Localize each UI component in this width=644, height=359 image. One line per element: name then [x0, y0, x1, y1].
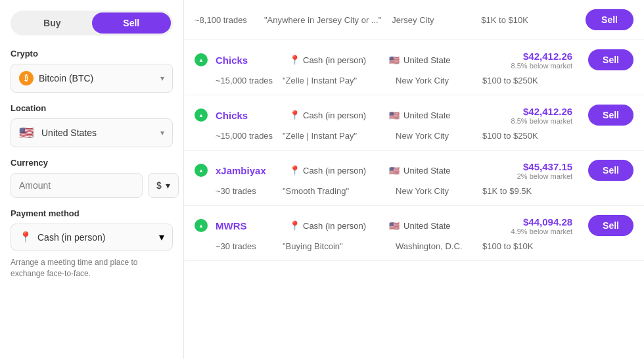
trades-count: ~30 trades: [216, 241, 275, 251]
online-indicator: [195, 164, 208, 177]
header-location: Jersey City: [392, 15, 471, 25]
payment-description: Arrange a meeting time and place to exch…: [11, 257, 173, 279]
trade-quote: "Buying Bitcoin": [283, 241, 388, 251]
country-cell: 🇺🇸 United State: [389, 110, 468, 120]
trade-quote: "Zelle | Instant Pay": [283, 76, 388, 85]
sidebar: Buy Sell Crypto ₿ Bitcoin (BTC) ▾ Locati…: [0, 0, 184, 359]
payment-method-text: Cash (in person): [303, 166, 366, 176]
trade-row: xJambiyax 📍 Cash (in person) 🇺🇸 United S…: [184, 151, 644, 206]
trade-row: MWRS 📍 Cash (in person) 🇺🇸 United State …: [184, 206, 644, 261]
country-name: United State: [403, 221, 451, 231]
cash-pin-icon: 📍: [289, 110, 300, 120]
country-name: United State: [403, 55, 451, 65]
header-price-range: $1K to $10K: [481, 15, 553, 25]
payment-method-badge: 📍 Cash (in person): [289, 165, 381, 176]
payment-pin-icon: 📍: [19, 231, 32, 243]
country-name: United State: [403, 166, 451, 176]
price-block: $44,094.28 4.9% below market: [487, 216, 572, 235]
country-flag-icon: 🇺🇸: [389, 110, 400, 120]
sell-button[interactable]: Sell: [588, 105, 633, 126]
trades-count: ~15,000 trades: [216, 76, 275, 85]
price-below-market: 4.9% below market: [487, 227, 572, 235]
price-below-market: 8.5% below market: [487, 117, 572, 125]
currency-chevron-icon: ▾: [166, 180, 170, 191]
country-cell: 🇺🇸 United State: [389, 166, 468, 176]
payment-method-badge: 📍 Cash (in person): [289, 55, 381, 65]
crypto-chevron-icon: ▾: [160, 74, 164, 83]
crypto-selected-value: Bitcoin (BTC): [39, 73, 155, 84]
payment-method-text: Cash (in person): [303, 55, 366, 65]
cash-pin-icon: 📍: [289, 55, 300, 65]
trades-count: ~30 trades: [216, 186, 275, 196]
payment-method-badge: 📍 Cash (in person): [289, 110, 381, 120]
trade-city: Washington, D.C.: [396, 241, 474, 251]
currency-symbol: $: [156, 180, 162, 191]
amount-input[interactable]: [11, 173, 143, 198]
sell-button[interactable]: Sell: [588, 49, 633, 70]
sell-button[interactable]: Sell: [92, 12, 172, 34]
location-selected-value: United States: [41, 128, 155, 138]
main-content: ~8,100 trades "Anywhere in Jersey City o…: [184, 0, 644, 359]
trader-name[interactable]: Chicks: [216, 110, 281, 121]
online-indicator: [195, 219, 208, 232]
payment-method-label: Payment method: [11, 208, 173, 218]
trader-name[interactable]: xJambiyax: [216, 165, 281, 176]
trade-quote: "Smooth Trading": [283, 186, 388, 196]
trade-range: $1K to $9.5K: [482, 186, 555, 196]
price-value: $42,412.26: [487, 51, 572, 62]
trade-rows-container: Chicks 📍 Cash (in person) 🇺🇸 United Stat…: [184, 40, 644, 261]
price-block: $45,437.15 2% below market: [487, 161, 572, 180]
currency-select[interactable]: $ ▾: [148, 173, 179, 198]
trader-name[interactable]: MWRS: [216, 220, 281, 231]
cash-pin-icon: 📍: [289, 165, 300, 176]
header-description: "Anywhere in Jersey City or ...": [264, 15, 381, 25]
trade-row: Chicks 📍 Cash (in person) 🇺🇸 United Stat…: [184, 40, 644, 95]
trade-range: $100 to $250K: [482, 76, 555, 85]
trade-quote: "Zelle | Instant Pay": [283, 131, 388, 141]
trade-city: New York City: [396, 186, 474, 196]
currency-row: $ ▾: [11, 173, 173, 198]
crypto-select[interactable]: ₿ Bitcoin (BTC) ▾: [11, 64, 173, 93]
location-chevron-icon: ▾: [160, 128, 164, 137]
price-block: $42,412.26 8.5% below market: [487, 51, 572, 70]
sell-button[interactable]: Sell: [588, 160, 633, 181]
country-cell: 🇺🇸 United State: [389, 221, 468, 231]
payment-method-text: Cash (in person): [303, 110, 366, 120]
trades-count: ~15,000 trades: [216, 131, 275, 141]
trade-range: $100 to $250K: [482, 131, 555, 141]
header-trade-row: ~8,100 trades "Anywhere in Jersey City o…: [184, 0, 644, 40]
price-below-market: 2% below market: [487, 172, 572, 180]
country-flag-icon: 🇺🇸: [389, 55, 400, 65]
location-select[interactable]: 🇺🇸 United States ▾: [11, 118, 173, 147]
payment-chevron-icon: ▾: [159, 231, 164, 243]
currency-label: Currency: [11, 158, 173, 168]
online-indicator: [195, 53, 208, 66]
buy-button[interactable]: Buy: [12, 12, 92, 34]
price-value: $45,437.15: [487, 161, 572, 172]
price-block: $42,412.26 8.5% below market: [487, 106, 572, 125]
location-label: Location: [11, 103, 173, 113]
price-below-market: 8.5% below market: [487, 62, 572, 70]
country-cell: 🇺🇸 United State: [389, 55, 468, 65]
payment-method-select[interactable]: 📍 Cash (in person) ▾: [11, 224, 173, 251]
price-value: $42,412.26: [487, 106, 572, 117]
online-indicator: [195, 108, 208, 122]
payment-method-badge: 📍 Cash (in person): [289, 220, 381, 231]
trade-range: $100 to $10K: [482, 241, 555, 251]
country-flag-icon: 🇺🇸: [389, 166, 400, 176]
payment-method-text: Cash (in person): [303, 221, 366, 231]
price-value: $44,094.28: [487, 216, 572, 227]
header-sell-button[interactable]: Sell: [586, 9, 633, 30]
trade-city: New York City: [396, 76, 474, 85]
cash-pin-icon: 📍: [289, 220, 300, 231]
sell-button[interactable]: Sell: [588, 215, 633, 236]
trader-name[interactable]: Chicks: [216, 55, 281, 66]
header-trades: ~8,100 trades: [195, 15, 254, 25]
trade-city: New York City: [396, 131, 474, 141]
crypto-label: Crypto: [11, 49, 173, 59]
trade-row: Chicks 📍 Cash (in person) 🇺🇸 United Stat…: [184, 95, 644, 151]
bitcoin-icon: ₿: [19, 71, 34, 85]
buy-sell-toggle: Buy Sell: [11, 11, 173, 36]
payment-selected-value: Cash (in person): [37, 232, 154, 243]
country-flag-icon: 🇺🇸: [389, 221, 400, 231]
